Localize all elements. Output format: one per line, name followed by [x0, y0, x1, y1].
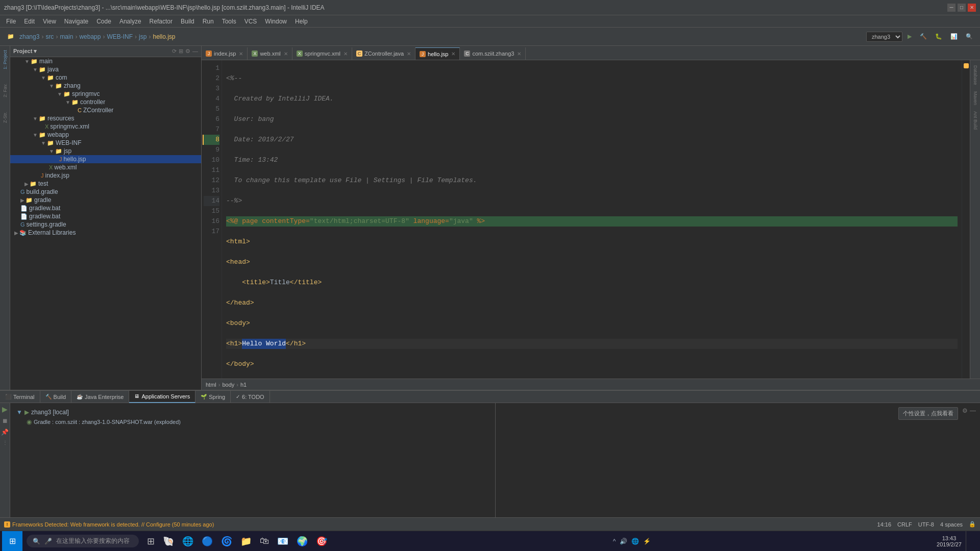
taskbar-app-8[interactable]: 📧: [273, 534, 292, 549]
right-tab-ant-build[interactable]: Ant Build: [972, 108, 979, 133]
taskbar-app-3[interactable]: 🌐: [178, 534, 198, 549]
show-desktop-button[interactable]: [966, 531, 978, 552]
run-button[interactable]: ▶: [904, 32, 915, 41]
tree-item-gradle[interactable]: ▶ 📁 gradle: [10, 196, 201, 204]
tab-hello-jsp[interactable]: J hello.jsp ✕: [415, 47, 460, 60]
bottom-close-icon[interactable]: —: [970, 407, 976, 414]
status-indent[interactable]: 4 spaces: [940, 521, 963, 528]
bottom-settings-icon[interactable]: ⚙: [962, 407, 968, 414]
menu-refactor[interactable]: Refactor: [145, 17, 177, 26]
tab-zcontroller-java[interactable]: C ZController.java ✕: [352, 47, 415, 60]
taskbar-app-5[interactable]: 🌀: [217, 534, 236, 549]
tree-item-com[interactable]: ▼ 📁 com: [10, 73, 201, 82]
tree-item-web-xml[interactable]: X web.xml: [10, 163, 201, 171]
breadcrumb-main[interactable]: main: [60, 33, 73, 40]
tray-expand-icon[interactable]: ^: [613, 538, 616, 545]
project-settings-icon[interactable]: ⚙: [185, 48, 190, 55]
tree-item-webapp[interactable]: ▼ 📁 webapp: [10, 131, 201, 139]
search-everywhere-button[interactable]: 🔍: [963, 32, 976, 41]
coverage-button[interactable]: 📊: [947, 32, 961, 41]
tree-item-controller[interactable]: ▼ 📁 controller: [10, 98, 201, 106]
menu-build[interactable]: Build: [177, 17, 199, 26]
taskbar-app-9[interactable]: 🌍: [292, 534, 312, 549]
tab-terminal[interactable]: ⬛ Terminal: [0, 391, 40, 403]
project-filter-icon[interactable]: ⊞: [179, 48, 183, 55]
code-area[interactable]: <%-- Created by IntelliJ IDEA. User: ban…: [222, 60, 962, 379]
taskbar-app-4[interactable]: 🔵: [198, 534, 217, 549]
project-sync-icon[interactable]: ⟳: [172, 48, 177, 55]
taskbar-app-6[interactable]: 📁: [236, 534, 256, 549]
project-selector[interactable]: zhang3: [866, 32, 902, 42]
close-button[interactable]: ✕: [968, 4, 976, 12]
tab-index-jsp[interactable]: J index.jsp ✕: [202, 47, 248, 60]
tab-close-com-sziit[interactable]: ✕: [517, 51, 521, 57]
tab-build[interactable]: 🔨 Build: [40, 391, 71, 403]
bottom-more-icon[interactable]: ⋮: [3, 440, 8, 445]
sidebar-icon-1[interactable]: 1: Project: [3, 48, 8, 71]
tree-item-index-jsp[interactable]: J index.jsp: [10, 171, 201, 180]
server-item-zhang3[interactable]: ▼ ▶ zhang3 [local]: [14, 407, 491, 417]
breadcrumb-file[interactable]: hello.jsp: [153, 33, 175, 40]
tray-icon-2[interactable]: 🌐: [631, 538, 639, 545]
tree-item-springmvc-xml[interactable]: X springmvc.xml: [10, 122, 201, 131]
tab-close-hello-jsp[interactable]: ✕: [451, 51, 455, 57]
breadcrumb-webapp[interactable]: webapp: [79, 33, 101, 40]
tree-item-gradlew-bat[interactable]: 📄 gradlew.bat: [10, 204, 201, 212]
menu-tools[interactable]: Tools: [218, 17, 240, 26]
menu-run[interactable]: Run: [199, 17, 218, 26]
status-lock-icon[interactable]: 🔒: [969, 521, 976, 528]
tree-item-zhang[interactable]: ▼ 📁 zhang: [10, 82, 201, 90]
tab-close-index-jsp[interactable]: ✕: [239, 51, 243, 57]
tree-item-resources[interactable]: ▼ 📁 resources: [10, 114, 201, 122]
tab-spring[interactable]: 🌱 Spring: [195, 391, 231, 403]
toolbar-project-btn[interactable]: 📁: [4, 32, 17, 41]
menu-view[interactable]: View: [39, 17, 60, 26]
tray-icon-1[interactable]: 🔊: [620, 538, 627, 545]
tab-todo[interactable]: ✓ 6: TODO: [231, 391, 270, 403]
breadcrumb-project[interactable]: zhang3: [19, 33, 39, 40]
taskbar-clock[interactable]: 13:43 2019/2/27: [933, 535, 966, 547]
menu-window[interactable]: Window: [261, 17, 291, 26]
project-minimize-icon[interactable]: —: [192, 48, 198, 55]
menu-analyze[interactable]: Analyze: [115, 17, 145, 26]
right-tab-maven[interactable]: Maven: [972, 88, 979, 108]
tree-item-test[interactable]: ▶ 📁 test: [10, 180, 201, 188]
tab-application-servers[interactable]: 🖥 Application Servers: [129, 391, 195, 403]
minimize-button[interactable]: ─: [947, 4, 955, 12]
path-body[interactable]: body: [222, 382, 234, 388]
taskbar-app-2[interactable]: 🐚: [159, 534, 178, 549]
maximize-button[interactable]: □: [958, 4, 966, 12]
menu-edit[interactable]: Edit: [20, 17, 39, 26]
tree-item-build-gradle[interactable]: G build.gradle: [10, 188, 201, 196]
tab-close-web-xml[interactable]: ✕: [284, 51, 288, 57]
tree-item-webinf[interactable]: ▼ 📁 WEB-INF: [10, 139, 201, 147]
tab-java-enterprise[interactable]: ☕ Java Enterprise: [71, 391, 129, 403]
tab-com-sziit[interactable]: C com.sziit.zhang3 ✕: [460, 47, 526, 60]
path-h1[interactable]: h1: [240, 382, 247, 388]
path-html[interactable]: html: [206, 382, 216, 388]
tree-item-java[interactable]: ▼ 📁 java: [10, 65, 201, 73]
menu-navigate[interactable]: Navigate: [60, 17, 92, 26]
breadcrumb-src[interactable]: src: [45, 33, 54, 40]
tab-close-springmvc-xml[interactable]: ✕: [344, 51, 348, 57]
sidebar-icon-3[interactable]: Z-Str.: [3, 110, 8, 125]
bottom-run-icon[interactable]: ▶: [2, 405, 8, 413]
debug-button[interactable]: 🐛: [932, 32, 945, 41]
build-button[interactable]: 🔨: [917, 32, 930, 41]
tray-icon-3[interactable]: ⚡: [643, 538, 651, 545]
editor-content[interactable]: 1 2 3 4 5 6 7 8 9 10 11 12 13 14 15: [202, 60, 980, 379]
windows-search-bar[interactable]: 🔍 🎤 在这里输入你要搜索的内容: [27, 535, 139, 547]
tab-springmvc-xml[interactable]: X springmvc.xml ✕: [292, 47, 352, 60]
sidebar-icon-2[interactable]: 2: Fav.: [3, 82, 8, 99]
tree-item-jsp-folder[interactable]: ▼ 📁 jsp: [10, 147, 201, 155]
menu-code[interactable]: Code: [92, 17, 115, 26]
tree-item-external-libs[interactable]: ▶ 📚 External Libraries: [10, 229, 201, 237]
tab-web-xml[interactable]: X web.xml ✕: [248, 47, 292, 60]
menu-file[interactable]: File: [2, 17, 20, 26]
tree-item-springmvc[interactable]: ▼ 📁 springmvc: [10, 90, 201, 98]
right-tab-database[interactable]: Database: [972, 62, 979, 88]
tree-item-settings-gradle[interactable]: G settings.gradle: [10, 220, 201, 229]
status-encoding[interactable]: UTF-8: [918, 521, 934, 528]
start-button[interactable]: ⊞: [2, 531, 22, 552]
breadcrumb-webinf[interactable]: WEB-INF: [107, 33, 133, 40]
